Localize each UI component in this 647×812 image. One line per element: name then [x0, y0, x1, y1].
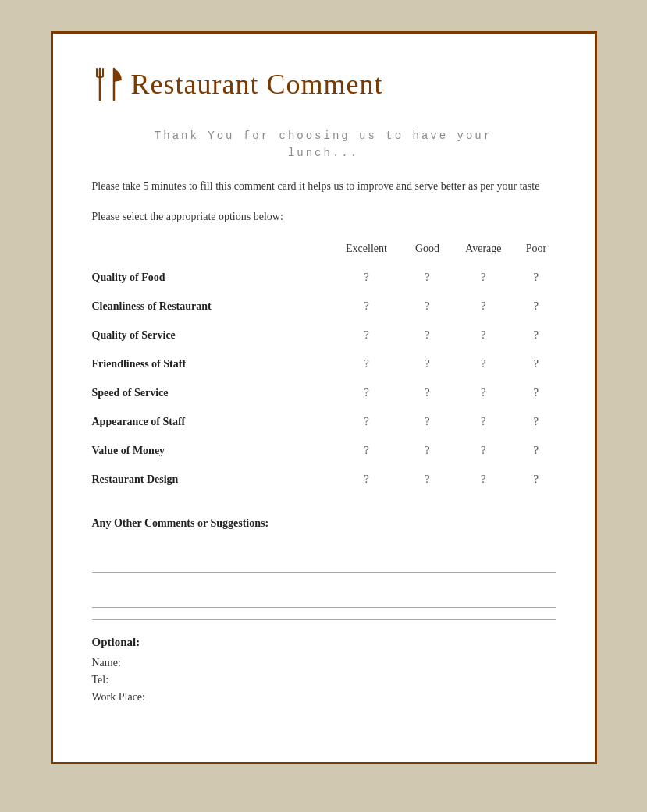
row-label: Value of Money [92, 436, 329, 465]
rating-excellent[interactable]: ? [328, 407, 404, 436]
comment-line-2 [92, 584, 556, 608]
workplace-label: Work Place: [92, 691, 556, 704]
name-label: Name: [92, 657, 556, 669]
rating-average[interactable]: ? [450, 465, 517, 494]
col-label [92, 243, 329, 263]
table-row: Value of Money???? [92, 436, 556, 465]
rating-poor[interactable]: ? [517, 465, 555, 494]
row-label: Quality of Service [92, 321, 329, 349]
header: Restaurant Comment [92, 65, 556, 104]
rating-poor[interactable]: ? [517, 349, 555, 378]
col-good: Good [405, 243, 450, 263]
comment-line-1 [92, 549, 556, 573]
col-average: Average [450, 243, 517, 263]
optional-section: Optional: Name: Tel: Work Place: [92, 619, 556, 704]
rating-average[interactable]: ? [450, 349, 517, 378]
col-poor: Poor [517, 243, 555, 263]
tel-label: Tel: [92, 674, 556, 686]
rating-average[interactable]: ? [450, 436, 517, 465]
comments-label: Any Other Comments or Suggestions: [92, 517, 556, 530]
rating-excellent[interactable]: ? [328, 378, 404, 407]
row-label: Friendliness of Staff [92, 349, 329, 378]
rating-excellent[interactable]: ? [328, 349, 404, 378]
rating-poor[interactable]: ? [517, 263, 555, 292]
page: Restaurant Comment Thank You for choosin… [51, 31, 597, 764]
description-text: Please take 5 minutes to fill this comme… [92, 178, 556, 195]
rating-excellent[interactable]: ? [328, 436, 404, 465]
rating-average[interactable]: ? [450, 407, 517, 436]
rating-average[interactable]: ? [450, 292, 517, 321]
col-excellent: Excellent [328, 243, 404, 263]
rating-good[interactable]: ? [405, 292, 450, 321]
rating-poor[interactable]: ? [517, 321, 555, 349]
rating-good[interactable]: ? [405, 436, 450, 465]
thank-you-text: Thank You for choosing us to have your l… [92, 127, 556, 162]
table-row: Restaurant Design???? [92, 465, 556, 494]
rating-poor[interactable]: ? [517, 378, 555, 407]
rating-poor[interactable]: ? [517, 292, 555, 321]
instruction-text: Please select the appropriate options be… [92, 211, 556, 223]
table-row: Friendliness of Staff???? [92, 349, 556, 378]
optional-title: Optional: [92, 636, 556, 649]
rating-excellent[interactable]: ? [328, 292, 404, 321]
utensils-icon [92, 65, 131, 104]
row-label: Appearance of Staff [92, 407, 329, 436]
rating-good[interactable]: ? [405, 465, 450, 494]
rating-good[interactable]: ? [405, 263, 450, 292]
rating-average[interactable]: ? [450, 263, 517, 292]
rating-excellent[interactable]: ? [328, 263, 404, 292]
row-label: Restaurant Design [92, 465, 329, 494]
rating-good[interactable]: ? [405, 349, 450, 378]
row-label: Quality of Food [92, 263, 329, 292]
rating-average[interactable]: ? [450, 321, 517, 349]
table-row: Quality of Food???? [92, 263, 556, 292]
table-row: Quality of Service???? [92, 321, 556, 349]
table-row: Speed of Service???? [92, 378, 556, 407]
page-title: Restaurant Comment [131, 68, 383, 101]
comments-section: Any Other Comments or Suggestions: [92, 517, 556, 608]
table-row: Cleanliness of Restaurant???? [92, 292, 556, 321]
rating-average[interactable]: ? [450, 378, 517, 407]
table-row: Appearance of Staff???? [92, 407, 556, 436]
rating-poor[interactable]: ? [517, 436, 555, 465]
rating-good[interactable]: ? [405, 378, 450, 407]
row-label: Speed of Service [92, 378, 329, 407]
rating-excellent[interactable]: ? [328, 321, 404, 349]
rating-table: Excellent Good Average Poor Quality of F… [92, 243, 556, 494]
row-label: Cleanliness of Restaurant [92, 292, 329, 321]
rating-poor[interactable]: ? [517, 407, 555, 436]
rating-good[interactable]: ? [405, 407, 450, 436]
rating-good[interactable]: ? [405, 321, 450, 349]
rating-excellent[interactable]: ? [328, 465, 404, 494]
